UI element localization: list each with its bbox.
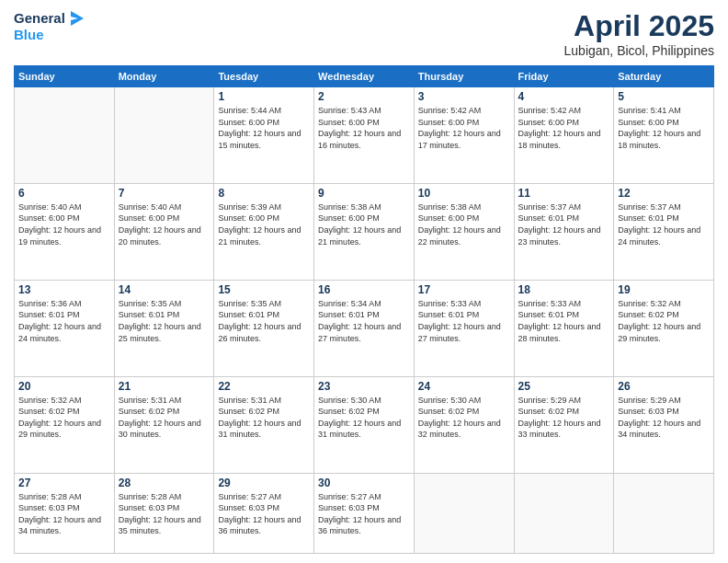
sunrise-label: Sunrise: 5:35 AM <box>218 299 281 308</box>
table-row: 11 Sunrise: 5:37 AM Sunset: 6:01 PM Dayl… <box>514 183 614 280</box>
sunrise-label: Sunrise: 5:42 AM <box>518 106 582 115</box>
sunrise-label: Sunrise: 5:31 AM <box>218 396 281 405</box>
day-number: 20 <box>18 380 110 393</box>
day-info: Sunrise: 5:27 AM Sunset: 6:03 PM Dayligh… <box>318 491 410 537</box>
table-row: 3 Sunrise: 5:42 AM Sunset: 6:00 PM Dayli… <box>414 87 514 184</box>
day-number: 28 <box>119 477 210 489</box>
table-row: 29 Sunrise: 5:27 AM Sunset: 6:03 PM Dayl… <box>214 473 314 554</box>
daylight-label: Daylight: 12 hours and 26 minutes. <box>218 322 301 343</box>
table-row: 14 Sunrise: 5:35 AM Sunset: 6:01 PM Dayl… <box>114 280 214 376</box>
day-info: Sunrise: 5:32 AM Sunset: 6:02 PM Dayligh… <box>18 395 110 441</box>
calendar-week-1: 1 Sunrise: 5:44 AM Sunset: 6:00 PM Dayli… <box>15 87 714 184</box>
day-number: 11 <box>518 187 610 200</box>
day-number: 24 <box>418 380 510 393</box>
daylight-label: Daylight: 12 hours and 33 minutes. <box>518 419 601 440</box>
sunrise-label: Sunrise: 5:35 AM <box>119 299 182 308</box>
daylight-label: Daylight: 12 hours and 36 minutes. <box>318 515 401 536</box>
day-number: 21 <box>119 380 210 393</box>
day-info: Sunrise: 5:36 AM Sunset: 6:01 PM Dayligh… <box>18 298 110 344</box>
day-info: Sunrise: 5:30 AM Sunset: 6:02 PM Dayligh… <box>318 395 410 441</box>
sunrise-label: Sunrise: 5:44 AM <box>218 106 281 115</box>
daylight-label: Daylight: 12 hours and 22 minutes. <box>418 225 501 247</box>
sunset-label: Sunset: 6:03 PM <box>18 503 80 512</box>
table-row: 20 Sunrise: 5:32 AM Sunset: 6:02 PM Dayl… <box>15 376 115 473</box>
sunrise-label: Sunrise: 5:30 AM <box>418 396 482 405</box>
table-row: 2 Sunrise: 5:43 AM Sunset: 6:00 PM Dayli… <box>314 87 415 184</box>
sunset-label: Sunset: 6:02 PM <box>518 407 580 416</box>
day-number: 12 <box>618 187 710 200</box>
daylight-label: Daylight: 12 hours and 34 minutes. <box>618 419 700 440</box>
table-row: 12 Sunrise: 5:37 AM Sunset: 6:01 PM Dayl… <box>614 183 714 280</box>
table-row: 1 Sunrise: 5:44 AM Sunset: 6:00 PM Dayli… <box>214 87 314 184</box>
table-row: 17 Sunrise: 5:33 AM Sunset: 6:01 PM Dayl… <box>414 280 514 376</box>
table-row: 26 Sunrise: 5:29 AM Sunset: 6:03 PM Dayl… <box>614 376 714 473</box>
sunrise-label: Sunrise: 5:38 AM <box>318 202 381 212</box>
table-row <box>114 87 214 184</box>
day-info: Sunrise: 5:38 AM Sunset: 6:00 PM Dayligh… <box>318 201 410 247</box>
sunset-label: Sunset: 6:02 PM <box>119 407 180 416</box>
daylight-label: Daylight: 12 hours and 17 minutes. <box>418 129 501 150</box>
sunset-label: Sunset: 6:03 PM <box>218 503 279 512</box>
day-info: Sunrise: 5:44 AM Sunset: 6:00 PM Dayligh… <box>218 105 310 151</box>
title-month: April 2025 <box>564 9 714 43</box>
sunset-label: Sunset: 6:02 PM <box>18 407 80 416</box>
sunrise-label: Sunrise: 5:39 AM <box>218 202 281 212</box>
day-number: 5 <box>618 90 710 103</box>
table-row: 13 Sunrise: 5:36 AM Sunset: 6:01 PM Dayl… <box>15 280 115 376</box>
sunrise-label: Sunrise: 5:28 AM <box>119 492 182 501</box>
sunrise-label: Sunrise: 5:43 AM <box>318 106 381 115</box>
daylight-label: Daylight: 12 hours and 30 minutes. <box>119 419 201 440</box>
daylight-label: Daylight: 12 hours and 31 minutes. <box>218 419 301 440</box>
table-row <box>614 473 714 554</box>
daylight-label: Daylight: 12 hours and 23 minutes. <box>518 225 601 247</box>
day-number: 9 <box>318 187 410 200</box>
day-number: 8 <box>218 187 310 200</box>
daylight-label: Daylight: 12 hours and 35 minutes. <box>119 515 201 536</box>
sunrise-label: Sunrise: 5:29 AM <box>518 396 582 405</box>
table-row: 8 Sunrise: 5:39 AM Sunset: 6:00 PM Dayli… <box>214 183 314 280</box>
sunset-label: Sunset: 6:00 PM <box>418 118 480 127</box>
table-row: 21 Sunrise: 5:31 AM Sunset: 6:02 PM Dayl… <box>114 376 214 473</box>
sunset-label: Sunset: 6:00 PM <box>218 118 279 127</box>
day-number: 18 <box>518 283 610 296</box>
day-info: Sunrise: 5:31 AM Sunset: 6:02 PM Dayligh… <box>218 395 310 441</box>
sunset-label: Sunset: 6:00 PM <box>318 213 380 223</box>
header-friday: Friday <box>514 66 614 87</box>
daylight-label: Daylight: 12 hours and 27 minutes. <box>418 322 501 343</box>
daylight-label: Daylight: 12 hours and 29 minutes. <box>18 419 101 440</box>
sunrise-label: Sunrise: 5:38 AM <box>418 202 482 212</box>
sunrise-label: Sunrise: 5:31 AM <box>119 396 182 405</box>
sunrise-label: Sunrise: 5:37 AM <box>518 202 582 212</box>
day-number: 26 <box>618 380 710 393</box>
day-number: 13 <box>18 283 110 296</box>
day-info: Sunrise: 5:33 AM Sunset: 6:01 PM Dayligh… <box>518 298 610 344</box>
day-number: 1 <box>218 90 310 103</box>
sunset-label: Sunset: 6:02 PM <box>618 310 679 319</box>
sunset-label: Sunset: 6:01 PM <box>318 310 380 319</box>
day-info: Sunrise: 5:34 AM Sunset: 6:01 PM Dayligh… <box>318 298 410 344</box>
sunset-label: Sunset: 6:01 PM <box>518 310 580 319</box>
day-number: 3 <box>418 90 510 103</box>
day-number: 25 <box>518 380 610 393</box>
table-row: 25 Sunrise: 5:29 AM Sunset: 6:02 PM Dayl… <box>514 376 614 473</box>
calendar-header-row: Sunday Monday Tuesday Wednesday Thursday… <box>15 66 714 87</box>
table-row: 15 Sunrise: 5:35 AM Sunset: 6:01 PM Dayl… <box>214 280 314 376</box>
day-number: 17 <box>418 283 510 296</box>
table-row: 23 Sunrise: 5:30 AM Sunset: 6:02 PM Dayl… <box>314 376 415 473</box>
day-number: 6 <box>18 187 110 200</box>
day-info: Sunrise: 5:32 AM Sunset: 6:02 PM Dayligh… <box>618 298 710 344</box>
header-saturday: Saturday <box>614 66 714 87</box>
sunrise-label: Sunrise: 5:32 AM <box>18 396 82 405</box>
table-row <box>414 473 514 554</box>
table-row: 18 Sunrise: 5:33 AM Sunset: 6:01 PM Dayl… <box>514 280 614 376</box>
sunset-label: Sunset: 6:01 PM <box>119 310 180 319</box>
sunrise-label: Sunrise: 5:33 AM <box>518 299 582 308</box>
header-wednesday: Wednesday <box>314 66 415 87</box>
table-row: 27 Sunrise: 5:28 AM Sunset: 6:03 PM Dayl… <box>15 473 115 554</box>
sunset-label: Sunset: 6:02 PM <box>218 407 279 416</box>
day-info: Sunrise: 5:38 AM Sunset: 6:00 PM Dayligh… <box>418 201 510 247</box>
day-info: Sunrise: 5:42 AM Sunset: 6:00 PM Dayligh… <box>418 105 510 151</box>
daylight-label: Daylight: 12 hours and 24 minutes. <box>618 225 700 247</box>
sunrise-label: Sunrise: 5:28 AM <box>18 492 82 501</box>
day-info: Sunrise: 5:40 AM Sunset: 6:00 PM Dayligh… <box>18 201 110 247</box>
